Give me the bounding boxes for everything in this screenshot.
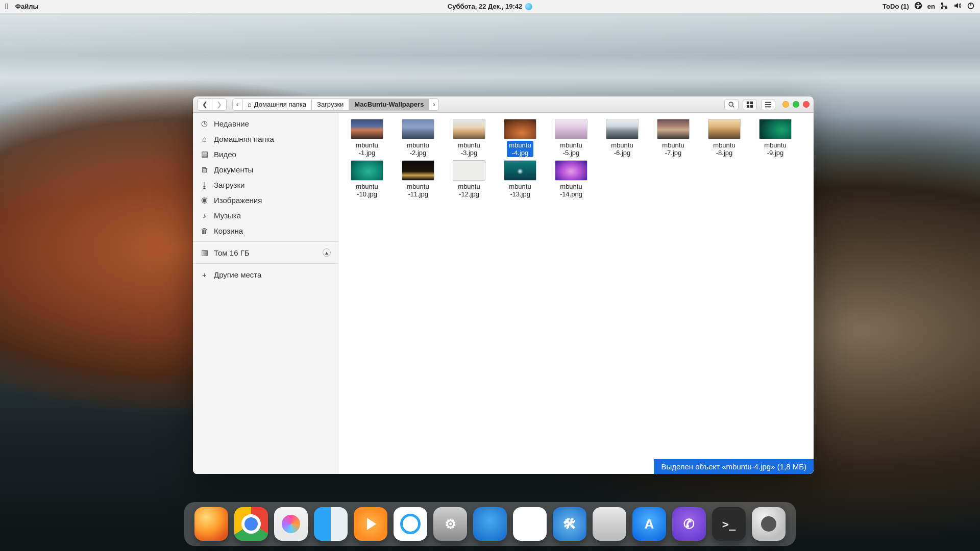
svg-rect-2 xyxy=(941,3,943,5)
svg-rect-8 xyxy=(750,101,753,104)
todo-indicator[interactable]: ToDo (1) xyxy=(883,3,909,10)
file-item[interactable]: mbuntu -5.jpg xyxy=(546,118,597,157)
dock-app-chrome[interactable] xyxy=(234,507,268,541)
dock-app-eagle[interactable] xyxy=(473,507,507,541)
dock-app-music[interactable] xyxy=(274,507,308,541)
svg-point-1 xyxy=(917,3,919,5)
window-maximize[interactable] xyxy=(793,101,799,108)
file-thumbnail xyxy=(453,160,485,181)
dock-app-player[interactable] xyxy=(354,507,387,541)
breadcrumb-home[interactable]: ⌂ Домашняя папка xyxy=(242,98,312,111)
accessibility-icon[interactable] xyxy=(914,2,922,11)
file-item[interactable]: mbuntu -6.jpg xyxy=(597,118,648,157)
file-item[interactable]: mbuntu -1.jpg xyxy=(341,118,393,157)
forward-button[interactable]: ❯ xyxy=(212,99,226,110)
dock-app-calendar[interactable] xyxy=(513,507,547,541)
file-item[interactable]: mbuntu -2.jpg xyxy=(393,118,444,157)
breadcrumb-downloads-label: Загрузки xyxy=(317,101,344,108)
sidebar-item-trash[interactable]: 🗑Корзина xyxy=(193,223,338,238)
file-thumbnail xyxy=(351,119,383,139)
nav-history-group: ❮ ❯ xyxy=(197,98,227,111)
dock-app-skype[interactable] xyxy=(394,507,427,541)
file-name: mbuntu -3.jpg xyxy=(456,141,482,157)
sidebar-item-videos[interactable]: ▤Видео xyxy=(193,146,338,162)
sidebar-separator xyxy=(193,263,338,264)
svg-rect-10 xyxy=(750,105,753,107)
sidebar-item-volume[interactable]: ▥Том 16 ГБ▲ xyxy=(193,245,338,260)
network-icon[interactable] xyxy=(940,2,948,11)
home-icon: ⌂ xyxy=(200,135,209,143)
file-item[interactable]: mbuntu -4.jpg xyxy=(495,118,546,157)
sidebar-item-label: Домашняя папка xyxy=(214,135,274,143)
dock-app-terminal[interactable]: >_ xyxy=(712,507,746,541)
sidebar-item-label: Загрузки xyxy=(214,181,244,189)
window-titlebar[interactable]: ❮ ❯ ‹ ⌂ Домашняя папка Загрузки MacBuntu… xyxy=(193,96,814,113)
home-icon: ⌂ xyxy=(248,101,252,108)
sidebar-item-home[interactable]: ⌂Домашняя папка xyxy=(193,131,338,146)
sidebar-item-downloads[interactable]: ⭳Загрузки xyxy=(193,177,338,192)
file-name: mbuntu -6.jpg xyxy=(609,141,635,157)
clock-datetime[interactable]: Суббота, 22 Дек., 19:42 xyxy=(448,3,522,10)
dock-app-viber[interactable]: ✆ xyxy=(672,507,706,541)
active-app-name[interactable]: Файлы xyxy=(15,3,39,10)
back-button[interactable]: ❮ xyxy=(198,99,212,110)
disk-icon: ▥ xyxy=(200,248,209,257)
file-item[interactable]: mbuntu -14.png xyxy=(546,159,597,198)
window-close[interactable] xyxy=(803,101,810,108)
sidebar-item-pictures[interactable]: ◉Изображения xyxy=(193,192,338,208)
search-button[interactable] xyxy=(724,99,739,110)
apple-menu-icon[interactable]:  xyxy=(5,2,8,11)
dock-app-settings[interactable]: ⚙ xyxy=(433,507,467,541)
file-item[interactable]: mbuntu -7.jpg xyxy=(648,118,699,157)
file-thumbnail xyxy=(402,119,434,139)
file-name: mbuntu -11.jpg xyxy=(405,182,431,198)
dock-app-firefox[interactable] xyxy=(194,507,228,541)
sidebar-item-recent[interactable]: ◷Недавние xyxy=(193,116,338,131)
sidebar-item-music[interactable]: ♪Музыка xyxy=(193,208,338,223)
file-item[interactable]: mbuntu -3.jpg xyxy=(444,118,495,157)
file-name: mbuntu -5.jpg xyxy=(558,141,584,157)
status-bar: Выделен объект «mbuntu-4.jpg» (1,8 МБ) xyxy=(654,459,814,474)
file-thumbnail xyxy=(657,119,690,139)
plus-icon: + xyxy=(200,270,209,279)
sidebar-item-label: Видео xyxy=(214,150,236,159)
dock-app-tools[interactable]: 🛠 xyxy=(553,507,586,541)
view-toggle-button[interactable] xyxy=(743,99,757,110)
sidebar-item-other[interactable]: +Другие места xyxy=(193,267,338,282)
dock-app-shotwell[interactable] xyxy=(593,507,626,541)
file-thumbnail xyxy=(504,160,536,181)
breadcrumb-home-label: Домашняя папка xyxy=(254,101,306,108)
file-item[interactable]: mbuntu -12.jpg xyxy=(444,159,495,198)
dock-app-finder[interactable] xyxy=(314,507,348,541)
file-name: mbuntu -1.jpg xyxy=(354,141,380,157)
weather-icon[interactable] xyxy=(525,3,532,10)
file-name: mbuntu -7.jpg xyxy=(660,141,686,157)
svg-rect-11 xyxy=(765,102,771,103)
menubar:  Файлы Суббота, 22 Дек., 19:42 ToDo (1)… xyxy=(0,0,980,13)
breadcrumb-current[interactable]: MacBuntu-Wallpapers xyxy=(349,98,429,111)
file-item[interactable]: mbuntu -9.jpg xyxy=(750,118,801,157)
file-thumbnail xyxy=(351,160,383,181)
video-icon: ▤ xyxy=(200,149,209,159)
volume-icon[interactable] xyxy=(953,2,962,11)
file-item[interactable]: mbuntu -8.jpg xyxy=(699,118,750,157)
dock-app-launcher[interactable] xyxy=(752,507,786,541)
breadcrumb-prev-icon[interactable]: ‹ xyxy=(232,98,242,111)
file-name: mbuntu -2.jpg xyxy=(405,141,431,157)
sidebar-item-documents[interactable]: 🗎Документы xyxy=(193,162,338,177)
breadcrumb-downloads[interactable]: Загрузки xyxy=(311,98,349,111)
keyboard-layout[interactable]: en xyxy=(927,3,935,10)
sidebar-item-label: Том 16 ГБ xyxy=(214,248,250,257)
file-grid-area[interactable]: mbuntu -1.jpgmbuntu -2.jpgmbuntu -3.jpgm… xyxy=(338,113,814,474)
file-item[interactable]: mbuntu -10.jpg xyxy=(341,159,393,198)
menu-button[interactable] xyxy=(761,99,775,110)
file-item[interactable]: mbuntu -13.jpg xyxy=(495,159,546,198)
file-item[interactable]: mbuntu -11.jpg xyxy=(393,159,444,198)
dock-app-appstore[interactable]: A xyxy=(632,507,666,541)
window-minimize[interactable] xyxy=(782,101,789,108)
power-icon[interactable] xyxy=(967,2,975,11)
breadcrumb-next-icon[interactable]: › xyxy=(429,98,439,111)
file-name: mbuntu -14.png xyxy=(558,182,584,198)
camera-icon: ◉ xyxy=(200,195,209,205)
eject-icon[interactable]: ▲ xyxy=(323,248,331,257)
